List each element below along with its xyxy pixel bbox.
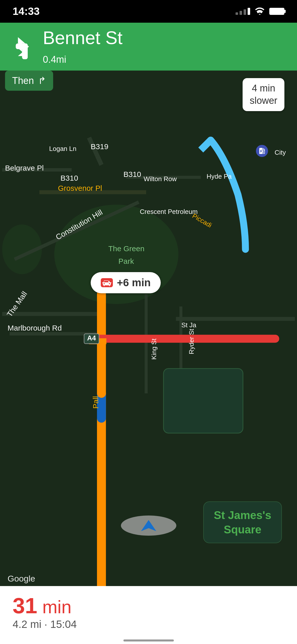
status-time: 14:33 <box>13 5 40 17</box>
eta-details: 4.2 mi · 15:04 <box>13 618 284 630</box>
square-label: St James's Square <box>203 501 282 543</box>
eta-arrival: 15:04 <box>50 618 77 630</box>
then-label: Then <box>12 75 34 86</box>
status-icons <box>236 7 284 16</box>
nav-street: Bennet St <box>43 28 122 48</box>
svg-marker-20 <box>141 520 156 531</box>
home-indicator <box>123 639 174 641</box>
nav-distance-unit: mi <box>56 54 66 65</box>
then-box: Then ↱ <box>5 71 53 91</box>
google-watermark: Google <box>8 574 35 584</box>
slower-text-line1: 4 min <box>250 82 277 94</box>
wifi-icon <box>255 7 265 16</box>
eta-minutes-num: 31 <box>13 593 37 618</box>
square-text-line2: Square <box>214 522 271 537</box>
eta-distance: 4.2 mi <box>13 618 41 630</box>
nav-header: Bennet St 0.4mi <box>0 23 297 71</box>
slower-badge: 4 min slower <box>243 78 284 111</box>
signal-icon <box>236 8 250 15</box>
eta-minutes-unit: min <box>37 597 72 617</box>
nav-arrow-oval <box>121 516 176 536</box>
turn-arrow-left-icon <box>10 30 35 63</box>
eta-separator: · <box>44 618 47 630</box>
svg-rect-18 <box>163 369 243 433</box>
fuel-station-icon <box>256 145 268 157</box>
square-text-line1: St James's <box>214 508 271 522</box>
eta-time: 31 min <box>13 595 284 617</box>
slower-text-line2: slower <box>250 94 277 107</box>
traffic-car-icon <box>101 278 113 287</box>
delay-badge: +6 min <box>91 272 161 293</box>
bottom-bar: 31 min 4.2 mi · 15:04 <box>0 586 297 644</box>
battery-icon <box>269 8 284 15</box>
then-turn-icon: ↱ <box>38 75 46 86</box>
nav-distance: 0.4mi <box>43 48 122 65</box>
svg-text:A4: A4 <box>87 334 96 342</box>
status-bar: 14:33 <box>0 0 297 23</box>
nav-info: Bennet St 0.4mi <box>43 28 122 65</box>
nav-arrow <box>121 516 176 536</box>
nav-distance-value: 0.4 <box>43 54 56 65</box>
delay-time-text: +6 min <box>117 277 151 289</box>
